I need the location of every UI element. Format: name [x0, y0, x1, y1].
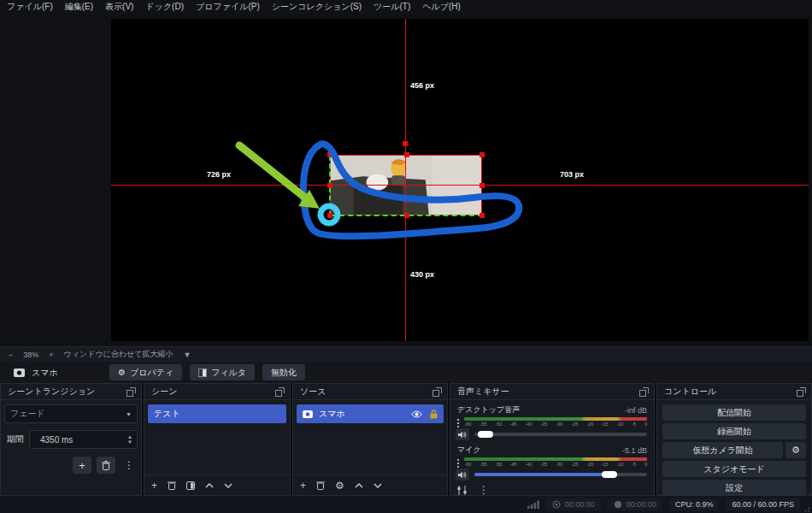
trash-icon — [168, 481, 176, 490]
remove-source-button[interactable] — [316, 481, 325, 490]
dock-popout-icon[interactable] — [275, 387, 285, 397]
meter-tick-label: -20 — [586, 422, 593, 426]
scene-list-item[interactable]: テスト — [148, 404, 286, 423]
menu-docks[interactable]: ドック(D) — [145, 1, 184, 13]
duration-input[interactable]: 4350 ms ▲ ▼ — [29, 430, 138, 449]
lock-icon[interactable] — [430, 410, 438, 419]
move-source-down-button[interactable] — [374, 483, 382, 488]
mute-button[interactable] — [456, 428, 469, 440]
dock-popout-icon[interactable] — [432, 387, 442, 397]
meter-tick-label: -60 — [464, 422, 471, 426]
mixer-level-readout: -5.1 dB — [622, 446, 647, 455]
fit-to-window-label[interactable]: ウィンドウに合わせて拡大縮小 — [64, 349, 174, 360]
move-scene-down-button[interactable] — [224, 483, 232, 488]
resize-handle-top-left[interactable] — [327, 152, 332, 157]
controls-title: コントロール — [664, 386, 716, 398]
add-scene-button[interactable]: + — [151, 481, 157, 491]
dock-popout-icon[interactable] — [797, 387, 806, 397]
mixer-source-name: デスクトップ音声 — [457, 404, 520, 416]
filters-button[interactable]: フィルタ — [190, 364, 255, 380]
source-properties-button[interactable]: ⚙ — [335, 481, 344, 491]
meter-tick-label: -15 — [602, 462, 609, 466]
green-arrow-shaft — [239, 145, 306, 198]
volume-meter — [464, 417, 647, 421]
properties-button[interactable]: ⚙ プロパティ — [109, 364, 182, 380]
preview-canvas[interactable]: 456 px 726 px 703 px 430 px — [111, 19, 809, 341]
menu-profile[interactable]: プロファイル(P) — [196, 1, 260, 13]
start-recording-button[interactable]: 録画開始 — [662, 423, 806, 439]
source-list-item[interactable]: スマホ — [297, 404, 444, 423]
fps-readout: 60.00 / 60.00 FPS — [732, 500, 794, 509]
scene-filters-button[interactable] — [186, 481, 195, 490]
mixer-options-handle[interactable] — [456, 457, 461, 468]
remove-scene-button[interactable] — [168, 481, 176, 490]
disable-label: 無効化 — [271, 367, 297, 379]
dock-popout-icon[interactable] — [127, 387, 136, 397]
dock-popout-icon[interactable] — [639, 387, 649, 397]
volume-slider[interactable] — [474, 470, 647, 479]
resize-handle-top-right[interactable] — [480, 152, 485, 157]
menu-scene-collection[interactable]: シーンコレクション(S) — [272, 1, 362, 13]
advanced-audio-button[interactable] — [457, 486, 467, 495]
menu-tools[interactable]: ツール(T) — [374, 1, 410, 13]
transition-select[interactable]: フェード ▼ — [4, 404, 138, 423]
duration-label: 期間 — [4, 433, 24, 445]
volume-slider[interactable] — [474, 430, 647, 439]
resize-handle-bottom-left[interactable] — [327, 213, 332, 218]
meter-tick-label: 0 — [644, 422, 647, 426]
meter-tick-label: -10 — [617, 462, 624, 466]
mixer-source-name: マイク — [457, 445, 481, 456]
zoom-out-button[interactable]: − — [9, 351, 13, 359]
add-source-button[interactable]: + — [300, 481, 306, 491]
stream-timer: 00:00:00 — [546, 498, 601, 510]
transition-options-button[interactable]: ⋮ — [121, 459, 138, 471]
start-streaming-button[interactable]: 配信開始 — [662, 404, 806, 421]
remove-transition-button[interactable] — [97, 457, 115, 474]
zoom-in-button[interactable]: + — [49, 351, 53, 359]
meter-tick-label: -40 — [526, 422, 533, 426]
virtual-camera-settings-button[interactable]: ⚙ — [786, 442, 806, 458]
audio-sliders-icon — [457, 486, 467, 495]
chevron-down-icon: ▼ — [126, 411, 132, 417]
studio-mode-button[interactable]: スタジオモード — [662, 461, 806, 477]
mute-button[interactable] — [456, 469, 469, 481]
disable-button[interactable]: 無効化 — [262, 364, 305, 380]
green-arrow-head — [298, 190, 320, 209]
resize-handle-mid-right[interactable] — [480, 183, 485, 188]
add-transition-button[interactable]: + — [73, 457, 91, 474]
resize-handle-mid-left[interactable] — [327, 183, 332, 188]
meter-tick-label: -50 — [495, 422, 502, 426]
move-source-up-button[interactable] — [355, 483, 363, 488]
meter-tick-label: -55 — [480, 422, 486, 426]
meter-tick-labels: -60-55-50-45-40-35-30-25-20-15-10-50 — [464, 462, 647, 467]
menu-file[interactable]: ファイル(F) — [7, 1, 53, 13]
sources-title: ソース — [300, 386, 326, 398]
menu-view[interactable]: 表示(V) — [105, 1, 133, 13]
resize-handle-bottom-right[interactable] — [480, 213, 485, 218]
window-resize-grip[interactable] — [802, 503, 810, 511]
zoom-dropdown-caret[interactable]: ▼ — [183, 351, 191, 359]
move-scene-up-button[interactable] — [205, 483, 214, 488]
filters-label: フィルタ — [211, 367, 246, 379]
mixer-options-handle[interactable] — [456, 417, 461, 428]
spin-down-icon[interactable]: ▼ — [127, 440, 132, 445]
selected-source-name: スマホ — [32, 367, 58, 379]
chevron-up-icon — [205, 483, 214, 488]
settings-button[interactable]: 設定 — [662, 480, 806, 496]
mixer-mic: マイク -5.1 dB -60-55-50-45-40-35-30-25-20-… — [452, 443, 652, 481]
start-virtual-camera-button[interactable]: 仮想カメラ開始 — [662, 442, 783, 458]
spin-up-icon[interactable]: ▲ — [127, 435, 132, 439]
chevron-up-icon — [355, 483, 363, 488]
menu-edit[interactable]: 編集(E) — [65, 1, 93, 13]
menu-help[interactable]: ヘルプ(H) — [422, 1, 461, 13]
camera-icon — [303, 410, 313, 418]
measure-point-marker — [403, 141, 408, 146]
meter-tick-label: -25 — [571, 422, 578, 426]
camera-icon — [14, 369, 25, 377]
audio-mixer-panel: 音声ミキサー デスクトップ音声 -inf dB -60-55-50-4 — [450, 383, 655, 496]
mixer-menu-button[interactable]: ⋮ — [479, 485, 489, 495]
measurement-left: 726 px — [207, 170, 231, 179]
scenes-panel: シーン テスト + — [144, 383, 291, 496]
meter-tick-label: -5 — [632, 422, 636, 426]
eye-visibility-icon[interactable] — [411, 410, 422, 418]
